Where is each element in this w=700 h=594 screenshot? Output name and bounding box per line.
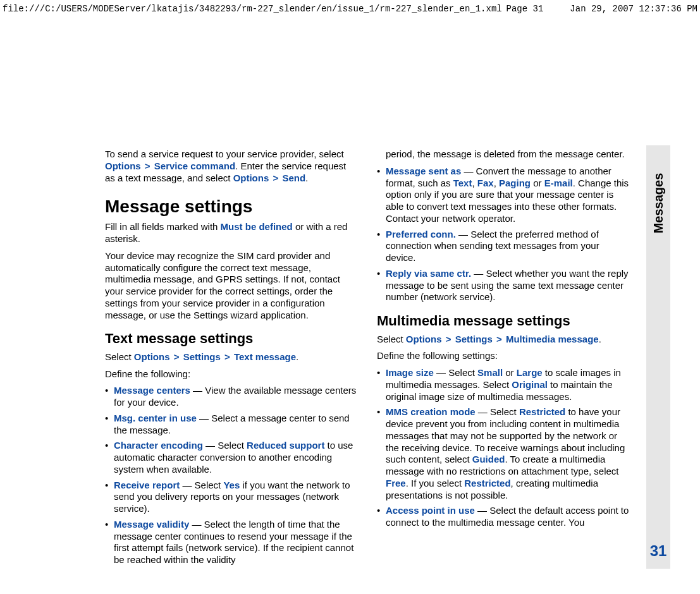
list-item: Character encoding — Select Reduced supp… [105,440,358,475]
paragraph: Select Options > Settings > Text message… [105,351,358,363]
list-item: Message validity — Select the length of … [105,519,358,566]
paragraph: Define the following settings: [377,350,630,362]
service-command-item: Service command [154,161,235,171]
paragraph: Select Options > Settings > Multimedia m… [377,334,630,346]
heading-message-settings: Message settings [105,195,358,217]
list-item: Message centers — View the available mes… [105,385,358,409]
paragraph: Fill in all fields marked with Must be d… [105,221,358,245]
file-path: file:///C:/USERS/MODEServer/lkatajis/348… [3,4,502,14]
paragraph: Define the following: [105,368,358,380]
list-item: Receive report — Select Yes if you want … [105,480,358,515]
heading-text-message-settings: Text message settings [105,330,358,348]
paragraph-continuation: period, the message is deleted from the … [386,148,630,161]
list-item: Image size — Select Small or Large to sc… [377,367,630,403]
list-item: Access point in use — Select the default… [377,505,630,529]
paragraph: To send a service request to your servic… [105,148,358,184]
paragraph: Your device may recognize the SIM card p… [105,250,358,322]
list-item: Preferred conn. — Select the preferred m… [377,229,630,264]
options-menu: Options [105,161,141,171]
list-item: Message sent as — Convert the message to… [377,166,630,225]
settings-list: Message centers — View the available mes… [105,385,358,566]
options-menu: Options [233,173,269,183]
left-column: To send a service request to your servic… [105,148,358,570]
settings-list: Message sent as — Convert the message to… [377,166,630,303]
right-column: period, the message is deleted from the … [377,148,630,570]
must-be-defined: Must be defined [221,221,293,232]
timestamp: Jan 29, 2007 12:37:36 PM [570,4,697,14]
page-indicator: Page 31 [507,4,544,14]
list-item: Reply via same ctr. — Select whether you… [377,268,630,303]
content: To send a service request to your servic… [105,148,661,570]
settings-list: Image size — Select Small or Large to sc… [377,367,630,529]
send-item: Send [282,173,305,183]
heading-multimedia-settings: Multimedia message settings [377,312,630,330]
list-item: Msg. center in use — Select a message ce… [105,413,358,437]
list-item: MMS creation mode — Select Restricted to… [377,406,630,501]
print-header: file:///C:/USERS/MODEServer/lkatajis/348… [0,0,700,16]
